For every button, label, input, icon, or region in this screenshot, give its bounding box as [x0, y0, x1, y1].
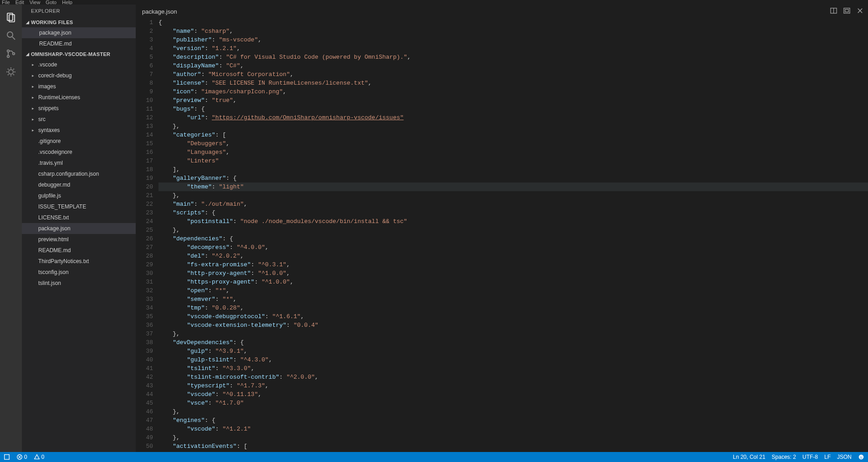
file-item[interactable]: README.md: [22, 245, 136, 256]
folder-item[interactable]: ▸coreclr-debug: [22, 70, 136, 81]
folder-item[interactable]: ▸.vscode: [22, 59, 136, 70]
svg-point-28: [862, 456, 863, 457]
status-eol[interactable]: LF: [824, 454, 831, 460]
file-item[interactable]: .vscodeignore: [22, 147, 136, 157]
status-ln-col[interactable]: Ln 20, Col 21: [733, 454, 765, 460]
svg-point-26: [859, 455, 864, 460]
svg-line-15: [13, 69, 14, 70]
status-feedback-icon[interactable]: [858, 454, 864, 460]
working-file[interactable]: package.json: [22, 27, 136, 38]
activity-bar: [0, 5, 22, 452]
code-area[interactable]: { "name": "csharp", "publisher": "ms-vsc…: [158, 18, 868, 452]
status-lang[interactable]: JSON: [837, 454, 852, 460]
folder-item[interactable]: ▸images: [22, 81, 136, 92]
tab-package-json[interactable]: package.json: [142, 8, 177, 15]
svg-point-5: [7, 56, 9, 57]
sidebar: EXPLORER ◢WORKING FILES package.jsonREAD…: [22, 5, 136, 452]
folder-item[interactable]: ▸syntaxes: [22, 125, 136, 136]
sidebar-title: EXPLORER: [22, 5, 136, 17]
svg-point-4: [7, 50, 9, 52]
svg-line-3: [12, 37, 15, 40]
file-item[interactable]: csharp.configuration.json: [22, 168, 136, 179]
svg-point-6: [13, 53, 15, 55]
working-file[interactable]: README.md: [22, 38, 136, 49]
svg-point-2: [7, 32, 13, 37]
more-editor-icon[interactable]: [843, 7, 850, 15]
status-encoding[interactable]: UTF-8: [802, 454, 818, 460]
svg-rect-18: [844, 8, 850, 13]
project-header[interactable]: ◢OMNISHARP-VSCODE-MASTER: [22, 49, 136, 59]
file-item[interactable]: ThirdPartyNotices.txt: [22, 256, 136, 267]
svg-line-13: [13, 74, 14, 75]
split-editor-icon[interactable]: [830, 7, 837, 15]
close-editor-icon[interactable]: [857, 7, 863, 15]
working-files-header[interactable]: ◢WORKING FILES: [22, 17, 136, 27]
debug-icon[interactable]: [0, 63, 22, 81]
file-item[interactable]: .gitignore: [22, 136, 136, 147]
file-item[interactable]: tslint.json: [22, 278, 136, 289]
svg-point-7: [9, 70, 13, 74]
file-item[interactable]: gulpfile.js: [22, 190, 136, 201]
file-item[interactable]: ISSUE_TEMPLATE: [22, 201, 136, 212]
editor[interactable]: 1234567891011121314151617181920212223242…: [136, 18, 868, 452]
folder-item[interactable]: ▸src: [22, 114, 136, 125]
file-item[interactable]: tsconfig.json: [22, 267, 136, 278]
svg-line-14: [8, 74, 9, 75]
file-item[interactable]: LICENSE.txt: [22, 212, 136, 223]
svg-rect-19: [845, 10, 849, 12]
tab-bar: package.json: [136, 5, 868, 18]
status-errors[interactable]: 0: [16, 454, 27, 460]
folder-item[interactable]: ▸snippets: [22, 103, 136, 114]
editor-group: package.json 123456789101112131415161718…: [136, 5, 868, 452]
svg-point-27: [860, 456, 861, 457]
status-spaces[interactable]: Spaces: 2: [772, 454, 796, 460]
menubar: File Edit View Goto Help: [0, 0, 868, 5]
file-item[interactable]: debugger.md: [22, 179, 136, 190]
folder-item[interactable]: ▸RuntimeLicenses: [22, 92, 136, 103]
status-warnings[interactable]: 0: [34, 454, 45, 460]
explorer-icon[interactable]: [0, 8, 22, 26]
search-icon[interactable]: [0, 26, 22, 45]
status-remote-icon[interactable]: [4, 454, 10, 460]
file-item[interactable]: .travis.yml: [22, 157, 136, 168]
git-icon[interactable]: [0, 45, 22, 63]
status-bar: 0 0 Ln 20, Col 21 Spaces: 2 UTF-8 LF JSO…: [0, 452, 868, 462]
file-item[interactable]: preview.html: [22, 234, 136, 245]
file-item[interactable]: package.json: [22, 223, 136, 234]
svg-line-12: [8, 69, 9, 70]
svg-rect-22: [5, 455, 10, 460]
gutter: 1234567891011121314151617181920212223242…: [136, 18, 158, 452]
